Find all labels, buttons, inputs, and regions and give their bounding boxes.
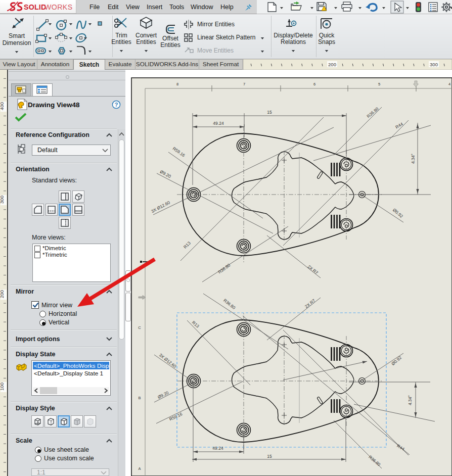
svg-text:4.34°: 4.34°: [408, 395, 413, 405]
svg-text:4: 4: [448, 82, 450, 86]
svg-text:300: 300: [430, 62, 438, 67]
svg-text:?: ?: [115, 102, 118, 108]
svg-text:WORKS: WORKS: [44, 3, 73, 11]
svg-text:Convert: Convert: [135, 32, 157, 39]
svg-text:Entities: Entities: [160, 41, 180, 49]
svg-text:Smart: Smart: [9, 32, 25, 39]
svg-text:Linear Sketch Pattern: Linear Sketch Pattern: [197, 34, 255, 41]
svg-text:C: C: [138, 325, 141, 330]
svg-text:!: !: [325, 7, 326, 11]
svg-text:B: B: [138, 396, 141, 400]
svg-text:Entities: Entities: [111, 38, 131, 45]
svg-text:Trim: Trim: [115, 32, 127, 39]
svg-text:5: 5: [378, 82, 380, 86]
svg-text:Quick: Quick: [319, 32, 335, 39]
svg-text:49.24: 49.24: [212, 446, 223, 451]
svg-text:400: 400: [0, 102, 5, 110]
svg-text:Relations: Relations: [281, 38, 306, 45]
svg-text:200: 200: [328, 62, 336, 67]
svg-text:200: 200: [0, 290, 5, 298]
svg-text:4.34°: 4.34°: [411, 154, 416, 164]
svg-text:15: 15: [267, 110, 272, 115]
svg-text:6: 6: [313, 82, 315, 86]
svg-text:15: 15: [267, 454, 272, 459]
svg-text:Entities: Entities: [136, 38, 156, 45]
svg-text:300: 300: [0, 196, 5, 204]
svg-text:Dimension: Dimension: [3, 39, 31, 46]
svg-text:A: A: [138, 466, 141, 471]
svg-text:Mirror Entities: Mirror Entities: [197, 21, 235, 28]
svg-text:Snaps: Snaps: [318, 38, 335, 45]
svg-text:49.24: 49.24: [213, 121, 224, 126]
svg-text:100: 100: [0, 383, 5, 391]
svg-text:SOLID: SOLID: [24, 3, 46, 11]
svg-text:Display/Delete: Display/Delete: [274, 32, 313, 39]
svg-text:Offset: Offset: [162, 35, 178, 42]
svg-text:Move Entities: Move Entities: [197, 47, 234, 54]
svg-text:7: 7: [243, 82, 245, 86]
svg-text:8: 8: [176, 82, 178, 86]
